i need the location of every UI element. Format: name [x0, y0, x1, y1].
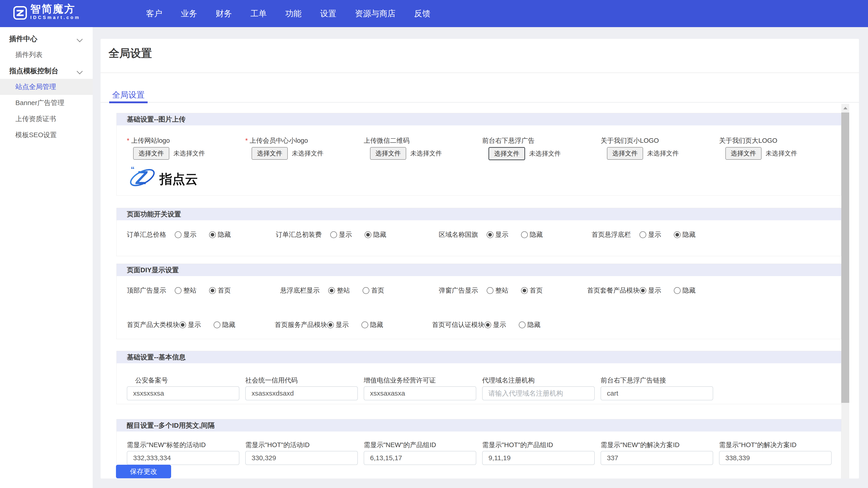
radio-icon-checked[interactable]: [209, 231, 216, 238]
sidebar-item-template-seo[interactable]: 模板SEO设置: [0, 127, 93, 143]
menu-item-finance[interactable]: 财务: [216, 8, 232, 19]
radio-option[interactable]: 显示: [179, 320, 201, 329]
svg-text:Z: Z: [135, 167, 148, 188]
sidebar-group-label: 指点模板控制台: [9, 66, 58, 76]
brand-logo[interactable]: 智简魔方 IDCSmart.com: [13, 3, 81, 20]
credit-code-input[interactable]: [245, 386, 358, 400]
new-activity-ids-input[interactable]: [127, 451, 239, 465]
radio-icon-checked[interactable]: [485, 322, 491, 328]
radio-option[interactable]: 显示: [485, 320, 506, 329]
radio-option[interactable]: 隐藏: [519, 320, 540, 329]
choose-file-button[interactable]: 选择文件: [252, 147, 288, 160]
radio-option[interactable]: 整站: [487, 286, 508, 295]
sidebar-item-site-global[interactable]: 站点全局管理: [0, 79, 93, 95]
menu-item-resources-store[interactable]: 资源与商店: [355, 8, 396, 19]
floating-ad-link-input[interactable]: [600, 386, 713, 400]
choose-file-button[interactable]: 选择文件: [489, 147, 525, 160]
svg-text:“: “: [131, 165, 134, 174]
scrollbar-up-arrow[interactable]: [841, 104, 849, 112]
top-navbar: 智简魔方 IDCSmart.com 客户 业务 财务 工单 功能 设置 资源与商…: [0, 0, 868, 27]
radio-icon[interactable]: [674, 287, 681, 294]
domain-registrar-input[interactable]: [482, 386, 595, 400]
radio-option[interactable]: 显示: [487, 230, 508, 239]
radio-icon-checked[interactable]: [487, 231, 493, 238]
menu-item-settings[interactable]: 设置: [320, 8, 336, 19]
radio-option[interactable]: 整站: [175, 286, 196, 295]
radio-option[interactable]: 隐藏: [674, 286, 695, 295]
new-solution-ids-input[interactable]: [600, 451, 713, 465]
radio-icon[interactable]: [363, 287, 369, 294]
hot-solution-ids-input[interactable]: [719, 451, 832, 465]
radio-option[interactable]: 隐藏: [214, 320, 235, 329]
choose-file-button[interactable]: 选择文件: [370, 147, 406, 160]
radio-icon-checked[interactable]: [327, 322, 334, 328]
sidebar-group-template-console[interactable]: 指点模板控制台: [0, 63, 93, 79]
radio-option[interactable]: 显示: [640, 286, 661, 295]
no-file-chosen-label: 未选择文件: [410, 149, 442, 158]
no-file-chosen-label: 未选择文件: [174, 149, 205, 158]
choose-file-button[interactable]: 选择文件: [607, 147, 643, 160]
sidebar-group-plugin-center[interactable]: 插件中心: [0, 31, 93, 47]
radio-icon[interactable]: [175, 231, 182, 238]
section-page-switches: 页面功能开关设置 订单汇总价格 显示 隐藏 订单汇总初装费 显示 隐藏 区域名称…: [116, 208, 841, 256]
radio-icon-checked[interactable]: [328, 287, 335, 294]
radio-icon-checked[interactable]: [365, 231, 371, 238]
radio-icon-checked[interactable]: [179, 322, 186, 328]
field-credit-code: 社会统一信用代码: [245, 376, 364, 400]
scrollbar-thumb[interactable]: [841, 112, 849, 403]
form-scrollbar[interactable]: [841, 104, 849, 479]
menu-item-business[interactable]: 业务: [181, 8, 197, 19]
choose-file-button[interactable]: 选择文件: [133, 147, 169, 160]
no-file-chosen-label: 未选择文件: [647, 149, 679, 158]
radio-icon[interactable]: [362, 322, 368, 328]
police-record-number-input[interactable]: [127, 386, 239, 400]
radio-option[interactable]: 隐藏: [362, 320, 383, 329]
radio-icon-checked[interactable]: [209, 287, 216, 294]
radio-icon-checked[interactable]: [674, 231, 681, 238]
radio-option[interactable]: 隐藏: [521, 230, 543, 239]
file-field-wechat-qrcode: 上传微信二维码 选择文件 未选择文件: [364, 136, 482, 192]
sidebar-item-plugin-list[interactable]: 插件列表: [0, 47, 93, 63]
radio-option[interactable]: 显示: [175, 230, 196, 239]
hot-product-group-ids-input[interactable]: [482, 451, 595, 465]
menu-item-customers[interactable]: 客户: [146, 8, 162, 19]
radio-icon[interactable]: [214, 322, 220, 328]
section-header: 基础设置--基本信息: [117, 351, 841, 363]
choose-file-button[interactable]: 选择文件: [725, 147, 762, 160]
radio-option[interactable]: 隐藏: [674, 230, 695, 239]
radio-icon[interactable]: [487, 287, 493, 294]
required-asterisk: *: [127, 137, 129, 144]
radio-option[interactable]: 隐藏: [365, 230, 386, 239]
radio-icon-checked[interactable]: [640, 287, 646, 294]
telecom-license-input[interactable]: [364, 386, 476, 400]
menu-item-tickets[interactable]: 工单: [250, 8, 267, 19]
sidebar-item-banner-ads[interactable]: Banner广告管理: [0, 95, 93, 111]
radio-option[interactable]: 首页: [209, 286, 231, 295]
section-header: 页面DIY显示设置: [117, 264, 841, 276]
menu-item-feedback[interactable]: 反馈: [414, 8, 430, 19]
radio-icon[interactable]: [330, 231, 337, 238]
radio-icon[interactable]: [640, 231, 646, 238]
radio-icon[interactable]: [175, 287, 182, 294]
radio-option[interactable]: 显示: [640, 230, 661, 239]
radio-option[interactable]: 显示: [330, 230, 352, 239]
tab-global-settings[interactable]: 全局设置: [109, 90, 148, 102]
radio-icon-checked[interactable]: [521, 287, 528, 294]
hot-activity-ids-input[interactable]: [245, 451, 358, 465]
radio-option[interactable]: 整站: [328, 286, 350, 295]
new-product-group-ids-input[interactable]: [364, 451, 476, 465]
field-new-product-group-ids: 需显示"NEW"的产品组ID: [364, 441, 482, 465]
radio-icon[interactable]: [521, 231, 528, 238]
section-header: 基础设置--图片上传: [117, 113, 841, 125]
menu-item-features[interactable]: 功能: [285, 8, 302, 19]
radio-option[interactable]: 隐藏: [209, 230, 231, 239]
app-window: 智简魔方 IDCSmart.com 客户 业务 财务 工单 功能 设置 资源与商…: [0, 0, 868, 488]
sidebar-item-upload-certificates[interactable]: 上传资质证书: [0, 111, 93, 127]
radio-option[interactable]: 首页: [521, 286, 543, 295]
radio-option[interactable]: 首页: [363, 286, 384, 295]
radio-option[interactable]: 显示: [327, 320, 349, 329]
field-new-solution-ids: 需显示"NEW"的解决方案ID: [600, 441, 719, 465]
section-header: 页面功能开关设置: [117, 208, 841, 220]
save-changes-button[interactable]: 保存更改: [116, 465, 171, 478]
radio-icon[interactable]: [519, 322, 526, 328]
